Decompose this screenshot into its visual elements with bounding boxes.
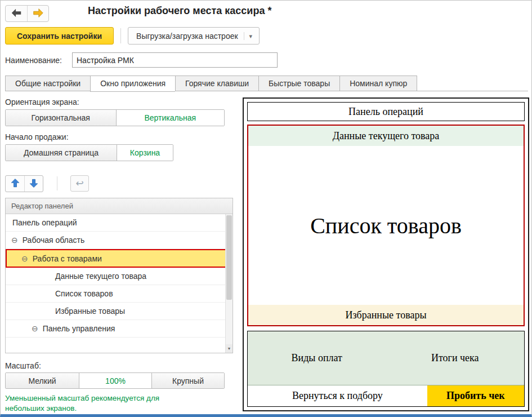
buttons-separator <box>57 176 57 190</box>
orientation-label: Ориентация экрана: <box>5 97 79 107</box>
preview-control-panel: Виды оплат Итоги чека Вернуться к подбор… <box>247 331 525 407</box>
tab-app-window[interactable]: Окно приложения <box>90 76 175 92</box>
tree-item-goods-list[interactable]: Список товаров <box>6 285 233 303</box>
sale-start-toggle: Домашняя страница Корзина <box>5 144 173 161</box>
scale-toggle: Мелкий 100% Крупный <box>5 372 225 389</box>
preview-back-to-selection-button[interactable]: Вернуться к подбору <box>248 385 427 406</box>
orientation-option-horizontal[interactable]: Горизонтальная <box>6 110 116 126</box>
move-down-button[interactable] <box>24 176 43 192</box>
tree-header: Редактор панелей <box>6 198 233 214</box>
tab-banknote-denominations[interactable]: Номинал купюр <box>339 76 417 91</box>
scale-option-small[interactable]: Мелкий <box>6 373 79 388</box>
tree-item-label: Избранные товары <box>55 307 125 316</box>
preview-items-list: Список товаров <box>248 146 524 305</box>
workplace-preview: Панель операций Данные текущего товара С… <box>243 97 529 411</box>
scrollbar-thumb[interactable] <box>226 215 232 300</box>
app-window: Настройки рабочего места кассира * Сохра… <box>0 0 532 417</box>
sale-start-option-cart[interactable]: Корзина <box>117 145 173 161</box>
preview-operations-panel: Панель операций <box>247 102 525 121</box>
forward-button[interactable] <box>27 6 48 21</box>
reset-panels-button[interactable]: ↩ <box>70 175 89 192</box>
preview-bottom-strip: Вернуться к подбору Пробить чек <box>248 385 524 406</box>
preview-payment-types: Виды оплат <box>248 331 386 385</box>
sale-start-option-home[interactable]: Домашняя страница <box>6 145 117 161</box>
tree-item-operations-panel[interactable]: Панель операций <box>6 214 233 232</box>
tree-item-label: Рабочая область <box>23 236 85 245</box>
preview-footer-labels: Виды оплат Итоги чека <box>248 331 524 385</box>
tab-bar: Общие настройки Окно приложения Горячие … <box>5 76 417 91</box>
back-button[interactable] <box>6 6 27 21</box>
tab-quick-goods[interactable]: Быстрые товары <box>258 76 339 91</box>
move-up-button[interactable] <box>6 176 24 192</box>
tab-hotkeys[interactable]: Горячие клавиши <box>175 76 258 91</box>
tree-item-current-item-data[interactable]: Данные текущего товара <box>6 268 233 285</box>
orientation-toggle: Горизонтальная Вертикальная <box>5 109 225 126</box>
preview-selected-region[interactable]: Данные текущего товара Список товаров Из… <box>247 125 525 326</box>
scale-label: Масштаб: <box>5 361 41 370</box>
tree-item-label: Работа с товарами <box>33 254 102 263</box>
toolbar-separator <box>120 28 121 43</box>
forward-icon <box>32 7 44 21</box>
page-title: Настройки рабочего места кассира * <box>88 5 271 17</box>
move-up-icon <box>10 178 21 190</box>
name-field-label: Наименование: <box>5 56 62 65</box>
tree-item-label: Панель операций <box>12 218 77 227</box>
nav-history-group <box>5 5 49 22</box>
tree-item-label: Список товаров <box>55 289 113 298</box>
tree-item-label: Данные текущего товара <box>55 272 146 281</box>
tab-general-settings[interactable]: Общие настройки <box>5 76 90 91</box>
tree-scrollbar[interactable]: ▼ <box>225 214 233 353</box>
move-buttons-group <box>5 175 43 192</box>
toolbar: Сохранить настройки Выгрузка/загрузка на… <box>5 27 260 45</box>
collapse-icon[interactable]: ⊖ <box>11 236 18 244</box>
tree-item-favorite-goods[interactable]: Избранные товары <box>6 303 233 320</box>
preview-receipt-totals: Итоги чека <box>386 331 525 385</box>
scale-note: Уменьшенный масштаб рекомендуется для не… <box>5 393 191 414</box>
tree-item-label: Панель управления <box>43 324 115 333</box>
tree-item-goods-work[interactable]: ⊖ Работа с товарами <box>6 249 233 268</box>
export-import-settings-button[interactable]: Выгрузка/загрузка настроек ▾ <box>128 27 260 45</box>
preview-favorites-band: Избранные товары <box>248 305 524 325</box>
export-import-label: Выгрузка/загрузка настроек <box>136 32 238 41</box>
collapse-icon[interactable]: ⊖ <box>21 255 28 263</box>
save-settings-button[interactable]: Сохранить настройки <box>5 27 114 45</box>
chevron-down-icon: ▾ <box>244 32 253 40</box>
orientation-option-vertical[interactable]: Вертикальная <box>116 110 225 126</box>
tree-item-control-panel[interactable]: ⊖ Панель управления <box>6 320 233 338</box>
tree-item-work-area[interactable]: ⊖ Рабочая область <box>6 232 233 249</box>
back-icon <box>10 7 23 21</box>
sale-start-label: Начало продажи: <box>5 132 69 141</box>
preview-current-item-band: Данные текущего товара <box>248 126 524 146</box>
scale-option-large[interactable]: Крупный <box>151 373 224 388</box>
name-input[interactable] <box>72 52 278 68</box>
panel-editor-tree: Редактор панелей Панель операций ⊖ Рабоч… <box>5 198 233 353</box>
collapse-icon[interactable]: ⊖ <box>32 325 38 332</box>
reset-icon: ↩ <box>75 178 83 189</box>
scale-option-100[interactable]: 100% <box>79 373 151 388</box>
move-down-icon <box>28 178 39 190</box>
preview-print-receipt-button[interactable]: Пробить чек <box>427 385 524 406</box>
scroll-down-icon[interactable]: ▼ <box>226 344 233 353</box>
